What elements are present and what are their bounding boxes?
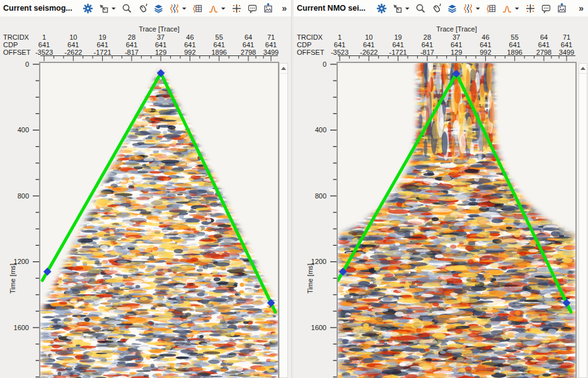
header-value: 1 (42, 33, 46, 41)
vertical-scrollbar[interactable] (279, 63, 288, 378)
header-value: 641 (67, 41, 79, 49)
trace-axis-title: Trace [Trace] (40, 25, 278, 33)
amplitude-spectrum-icon[interactable] (502, 3, 512, 14)
trace-axis-ticks (40, 55, 278, 62)
header-value: 641 (184, 41, 195, 49)
toolbar-icons (83, 3, 274, 14)
header-row-cdp: CDP641641641641641641641641641 (294, 41, 588, 49)
settings-gear-icon[interactable] (83, 3, 93, 14)
header-value: 55 (511, 33, 519, 41)
header-value: 71 (267, 33, 275, 41)
header-value: 28 (424, 33, 431, 41)
header-value: 71 (563, 33, 570, 41)
time-tick-label: 0 (1, 60, 29, 68)
header-value: 641 (155, 41, 166, 49)
time-tick-label: 0 (299, 60, 326, 68)
panel-nmo-seismogram: Current NMO sei... » Trace [Trace] TRCID… (294, 0, 588, 378)
export-image-icon[interactable] (263, 3, 274, 14)
layers-icon[interactable] (447, 3, 458, 14)
time-tick-label: 1200 (299, 258, 326, 265)
settings-gear-icon[interactable] (376, 3, 387, 14)
header-value: 1 (338, 33, 342, 41)
amplitude-spectrum-icon[interactable] (208, 3, 219, 14)
magnifier-icon[interactable] (415, 3, 426, 14)
header-value: 28 (128, 33, 135, 41)
toolbar-overflow-chevrons[interactable]: » (282, 3, 288, 13)
header-value: 10 (69, 33, 77, 41)
export-image-icon[interactable] (556, 3, 567, 14)
header-value: 64 (245, 33, 252, 41)
app-window: Current seismog... » Trace [Trace] TRCID… (0, 0, 588, 378)
dropdown-arrow-icon[interactable] (221, 3, 226, 14)
panel-seismogram: Current seismog... » Trace [Trace] TRCID… (0, 0, 291, 378)
seismogram-toolbar: Current seismog... » (0, 0, 291, 16)
header-value: 641 (214, 41, 225, 49)
annotation-icon[interactable] (247, 3, 258, 14)
scroll-up-button[interactable] (280, 64, 287, 74)
header-row-label: CDP (3, 41, 18, 49)
header-value: 641 (334, 41, 345, 49)
scroll-up-icon (281, 67, 286, 70)
header-value: 641 (126, 41, 137, 49)
crosshair-icon[interactable] (525, 3, 536, 14)
seismic-plot-nmo[interactable] (337, 62, 577, 378)
header-value: 641 (422, 41, 433, 49)
header-value: 641 (96, 41, 108, 49)
trace-display-icon[interactable] (463, 3, 473, 14)
time-tick-label: 800 (1, 192, 29, 200)
panel-title: Current NMO sei... (297, 4, 376, 13)
time-tick-label: 800 (299, 192, 326, 200)
header-value: 641 (363, 41, 374, 49)
header-value: 641 (392, 41, 403, 49)
header-value: 55 (216, 33, 223, 41)
header-value: 37 (453, 33, 460, 41)
time-tick-label: 400 (1, 126, 29, 134)
header-value: 641 (265, 41, 277, 49)
header-value: 641 (480, 41, 491, 49)
vertical-scrollbar[interactable] (579, 63, 587, 378)
panel-title: Current seismog... (3, 4, 83, 13)
annotation-icon[interactable] (541, 3, 551, 14)
dropdown-arrow-icon[interactable] (514, 3, 520, 14)
seismic-plot-shot-gather[interactable] (39, 62, 279, 378)
header-row-label: CDP (297, 41, 311, 49)
dropdown-arrow-icon[interactable] (475, 3, 481, 14)
header-row-cdp: CDP641641641641641641641641641 (0, 41, 291, 49)
header-row-trcidx: TRCIDX11019283746556471 (0, 33, 291, 41)
mouse-mode-icon[interactable] (431, 3, 442, 14)
zoom-region-icon[interactable] (98, 3, 109, 14)
spreadsheet-icon[interactable] (192, 3, 203, 14)
toolbar-icons (376, 3, 567, 14)
header-value: 641 (38, 41, 50, 49)
dropdown-arrow-icon[interactable] (405, 3, 410, 14)
dropdown-arrow-icon[interactable] (111, 3, 117, 14)
trace-display-icon[interactable] (169, 3, 180, 14)
header-value: 46 (481, 33, 489, 41)
header-value: 641 (509, 41, 521, 49)
header-row-trcidx: TRCIDX11019283746556471 (294, 33, 588, 41)
scroll-up-icon (580, 67, 585, 70)
header-value: 641 (538, 41, 550, 49)
header-value: 19 (394, 33, 401, 41)
trace-axis-title: Trace [Trace] (338, 25, 575, 33)
time-tick-label: 1600 (1, 324, 29, 331)
zoom-region-icon[interactable] (392, 3, 403, 14)
crosshair-icon[interactable] (231, 3, 242, 14)
trace-axis-ticks (338, 55, 575, 62)
spreadsheet-icon[interactable] (486, 3, 497, 14)
header-value: 641 (243, 41, 254, 49)
scroll-up-button[interactable] (579, 64, 587, 74)
layers-icon[interactable] (153, 3, 164, 14)
header-value: 641 (561, 41, 572, 49)
toolbar-overflow-chevrons[interactable]: » (579, 3, 585, 13)
time-axis-ticks (32, 63, 39, 378)
magnifier-icon[interactable] (122, 3, 132, 14)
header-value: 46 (186, 33, 193, 41)
mouse-mode-icon[interactable] (137, 3, 148, 14)
header-row-label: TRCIDX (297, 33, 323, 41)
header-row-label: TRCIDX (3, 33, 29, 41)
time-tick-label: 1200 (1, 258, 29, 265)
header-value: 19 (98, 33, 106, 41)
dropdown-arrow-icon[interactable] (182, 3, 187, 14)
header-row-label: OFFSET (3, 49, 30, 56)
